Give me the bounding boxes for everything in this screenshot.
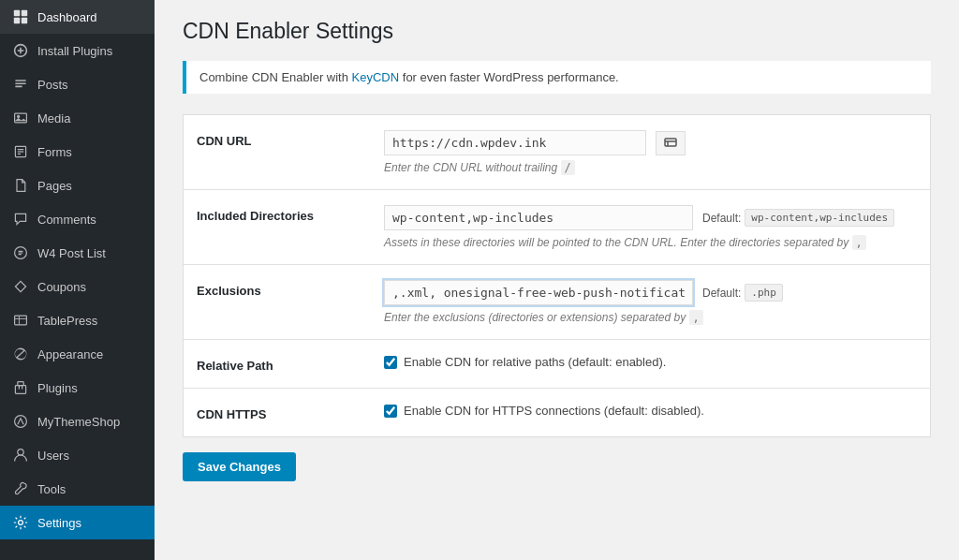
exclusions-default-value: .php	[745, 284, 783, 302]
relative-path-label: Relative Path	[197, 355, 365, 373]
sidebar: Dashboard Install Plugins Posts Media Fo…	[0, 0, 155, 560]
svg-rect-1	[22, 10, 27, 16]
included-directories-default-label: Default:	[702, 212, 741, 225]
relative-path-checkbox-text: Enable CDN for relative paths (default: …	[404, 355, 666, 369]
tools-icon	[11, 479, 30, 498]
exclusions-hint: Enter the exclusions (directories or ext…	[384, 311, 917, 324]
exclusions-row: Exclusions Default: .php Enter the exclu…	[184, 265, 930, 340]
notice-text-before: Combine CDN Enabler with	[199, 70, 352, 84]
sidebar-item-label: Users	[37, 449, 69, 463]
exclusions-input[interactable]	[384, 280, 693, 305]
svg-point-22	[18, 449, 23, 455]
sidebar-item-label: Dashboard	[37, 10, 97, 24]
cdn-url-row: CDN URL Enter the CDN URL without traili…	[184, 115, 930, 190]
info-notice: Combine CDN Enabler with KeyCDN for even…	[183, 61, 931, 94]
sidebar-item-label: W4 Post List	[37, 246, 106, 260]
included-directories-hint: Assets in these directories will be poin…	[384, 236, 917, 249]
included-directories-default: Default: wp-content,wp-includes	[702, 209, 894, 227]
relative-path-control: Enable CDN for relative paths (default: …	[384, 355, 917, 369]
sidebar-item-dashboard[interactable]: Dashboard	[0, 0, 155, 34]
cdn-https-checkbox-text: Enable CDN for HTTPS connections (defaul…	[404, 404, 704, 418]
sidebar-item-tablepress[interactable]: TablePress	[0, 303, 155, 337]
cdn-url-label: CDN URL	[197, 130, 365, 148]
svg-rect-3	[22, 18, 27, 23]
sidebar-item-media[interactable]: Media	[0, 101, 155, 135]
sidebar-item-label: Install Plugins	[37, 44, 112, 58]
media-icon	[11, 109, 30, 127]
included-directories-inputs: Default: wp-content,wp-includes	[384, 205, 917, 230]
sidebar-item-label: Appearance	[37, 347, 103, 361]
sidebar-item-settings[interactable]: Settings	[0, 506, 155, 539]
sidebar-item-pages[interactable]: Pages	[0, 169, 155, 202]
mythemeshop-icon	[11, 412, 30, 431]
w4-post-list-icon	[11, 243, 30, 262]
sidebar-item-posts[interactable]: Posts	[0, 67, 155, 101]
sidebar-item-plugins[interactable]: Plugins	[0, 371, 155, 405]
svg-rect-2	[14, 18, 20, 23]
settings-form: CDN URL Enter the CDN URL without traili…	[183, 114, 931, 437]
users-icon	[11, 446, 30, 464]
sidebar-item-label: Pages	[37, 179, 72, 193]
appearance-icon	[11, 345, 30, 363]
cdn-url-inputs	[384, 130, 917, 155]
sidebar-item-label: Comments	[37, 213, 96, 227]
exclusions-default: Default: .php	[702, 284, 783, 302]
save-button[interactable]: Save Changes	[183, 452, 296, 481]
relative-path-checkbox-label[interactable]: Enable CDN for relative paths (default: …	[384, 355, 917, 369]
sidebar-item-label: TablePress	[37, 314, 97, 328]
sidebar-item-users[interactable]: Users	[0, 438, 155, 472]
dashboard-icon	[11, 7, 30, 26]
exclusions-control: Default: .php Enter the exclusions (dire…	[384, 280, 917, 324]
svg-rect-7	[15, 113, 27, 123]
relative-path-checkbox[interactable]	[384, 356, 397, 369]
sidebar-item-label: Posts	[37, 78, 68, 92]
exclusions-inputs: Default: .php	[384, 280, 917, 305]
forms-icon	[11, 142, 30, 161]
included-directories-row: Included Directories Default: wp-content…	[184, 190, 930, 265]
sidebar-item-appearance[interactable]: Appearance	[0, 337, 155, 371]
exclusions-label: Exclusions	[197, 280, 365, 298]
sidebar-item-mythemeshop[interactable]: MyThemeShop	[0, 405, 155, 438]
exclusions-default-label: Default:	[702, 287, 741, 300]
sidebar-item-label: Coupons	[37, 280, 86, 294]
settings-icon	[11, 513, 30, 532]
cdn-url-control: Enter the CDN URL without trailing /	[384, 130, 917, 174]
page-title: CDN Enabler Settings	[183, 19, 931, 44]
notice-link[interactable]: KeyCDN	[352, 70, 400, 84]
pages-icon	[11, 176, 30, 195]
sidebar-item-comments[interactable]: Comments	[0, 202, 155, 236]
sidebar-item-label: Settings	[37, 516, 81, 530]
svg-rect-24	[665, 139, 676, 146]
svg-rect-18	[15, 386, 25, 394]
sidebar-item-label: Media	[37, 111, 70, 125]
sidebar-item-install-plugins[interactable]: Install Plugins	[0, 34, 155, 67]
tablepress-icon	[11, 311, 30, 330]
cdn-url-input[interactable]	[384, 130, 646, 155]
included-directories-control: Default: wp-content,wp-includes Assets i…	[384, 205, 917, 249]
cdn-https-control: Enable CDN for HTTPS connections (defaul…	[384, 404, 917, 418]
sidebar-item-label: MyThemeShop	[37, 415, 120, 429]
cdn-https-label: CDN HTTPS	[197, 404, 365, 421]
relative-path-row: Relative Path Enable CDN for relative pa…	[184, 340, 930, 389]
included-directories-input[interactable]	[384, 205, 693, 230]
sidebar-item-label: Plugins	[37, 381, 78, 395]
cdn-https-row: CDN HTTPS Enable CDN for HTTPS connectio…	[184, 389, 930, 436]
sidebar-item-w4-post-list[interactable]: W4 Post List	[0, 236, 155, 270]
main-content: CDN Enabler Settings Combine CDN Enabler…	[155, 0, 959, 560]
cdn-url-icon-button[interactable]	[656, 131, 686, 155]
posts-icon	[11, 75, 30, 94]
cdn-https-checkbox[interactable]	[384, 405, 397, 418]
coupons-icon	[11, 277, 30, 296]
sidebar-item-forms[interactable]: Forms	[0, 135, 155, 169]
svg-rect-0	[14, 10, 20, 16]
included-directories-default-value: wp-content,wp-includes	[745, 209, 894, 227]
sidebar-item-coupons[interactable]: Coupons	[0, 270, 155, 303]
install-plugins-icon	[11, 41, 30, 60]
cdn-https-checkbox-label[interactable]: Enable CDN for HTTPS connections (defaul…	[384, 404, 917, 418]
svg-rect-14	[15, 316, 27, 325]
notice-text-after: for even faster WordPress performance.	[399, 70, 619, 84]
sidebar-item-tools[interactable]: Tools	[0, 472, 155, 506]
included-directories-label: Included Directories	[197, 205, 365, 223]
sidebar-item-label: Forms	[37, 145, 72, 159]
plugins-icon	[11, 378, 30, 397]
